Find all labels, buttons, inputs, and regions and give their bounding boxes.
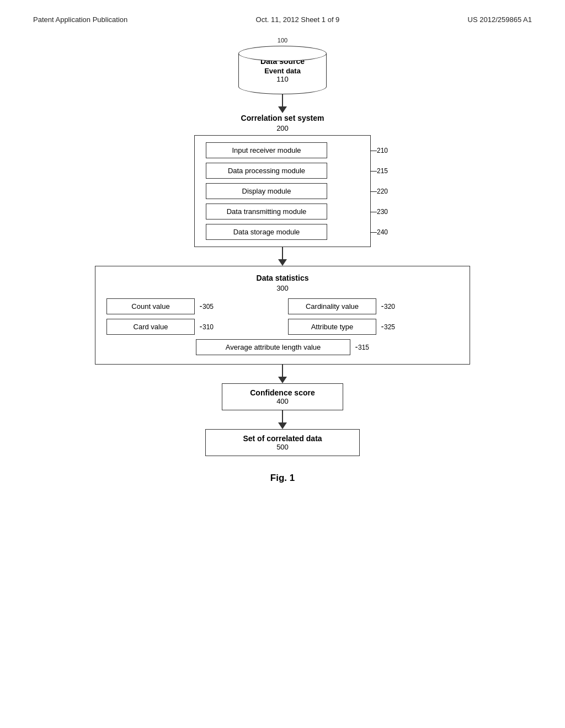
arrow-4 xyxy=(278,410,287,429)
header-middle: Oct. 11, 2012 Sheet 1 of 9 xyxy=(256,15,340,24)
conf-num: 400 xyxy=(230,397,335,405)
arrow-1 xyxy=(278,94,287,113)
cylinder-top xyxy=(238,46,327,61)
set-correlated-data-box: Set of correlated data 500 xyxy=(205,429,360,456)
css-module-box-3: Display module xyxy=(206,183,327,199)
arrow-3 xyxy=(278,365,287,383)
css-module-row-2: Data processing module —215 xyxy=(206,163,359,179)
scd-title: Set of correlated data xyxy=(214,434,351,443)
datasource-cylinder: Data source Event data 110 xyxy=(238,46,327,94)
datasource-num-text: 110 xyxy=(276,75,289,83)
conf-title: Confidence score xyxy=(230,388,335,397)
datasource-sub-text: Event data xyxy=(264,67,301,75)
css-module-box-5: Data storage module xyxy=(206,224,327,240)
css-title: Correlation set system xyxy=(241,114,324,122)
page: Patent Application Publication Oct. 11, … xyxy=(0,0,565,728)
ds-box-attribute-type: Attribute type xyxy=(288,319,376,335)
datasource-label: 100 xyxy=(278,37,287,44)
figure-label: Fig. 1 xyxy=(270,473,295,484)
arrow-head-2 xyxy=(278,259,287,266)
ds-item-card: Card value ⁃310 xyxy=(106,319,277,335)
ds-item-cardinality: Cardinality value ⁃320 xyxy=(288,298,459,314)
ds-title-row: Data statistics 300 xyxy=(106,273,459,293)
ds-item-count: Count value ⁃305 xyxy=(106,298,277,314)
arrow-head-4 xyxy=(278,422,287,429)
ds-num: 300 xyxy=(276,284,289,292)
header-right: US 2012/259865 A1 xyxy=(468,15,532,24)
ds-ref-card: ⁃310 xyxy=(199,323,214,331)
css-ref-1: —210 xyxy=(370,147,388,154)
ds-box-avg: Average attribute length value xyxy=(196,339,350,355)
ds-item-attribute-type: Attribute type ⁃325 xyxy=(288,319,459,335)
ds-ref-count: ⁃305 xyxy=(199,303,214,311)
scd-num: 500 xyxy=(214,443,351,451)
correlation-system-container: Correlation set system 200 Input receive… xyxy=(194,113,371,247)
css-num: 200 xyxy=(276,124,289,132)
css-module-box-2: Data processing module xyxy=(206,163,327,179)
arrow-line-4 xyxy=(282,410,283,422)
diagram-area: 100 Data source Event data 110 Correlati… xyxy=(0,29,565,484)
arrow-line-3 xyxy=(282,365,283,377)
header-left: Patent Application Publication xyxy=(33,15,127,24)
confidence-score-box: Confidence score 400 xyxy=(222,383,343,410)
css-module-row-4: Data transmitting module —230 xyxy=(206,204,359,220)
css-module-row-1: Input receiver module —210 xyxy=(206,142,359,158)
css-ref-5: —240 xyxy=(370,228,388,236)
arrow-2 xyxy=(278,247,287,266)
ds-box-count: Count value xyxy=(106,298,195,314)
page-header: Patent Application Publication Oct. 11, … xyxy=(0,0,565,29)
arrow-head-1 xyxy=(278,106,287,113)
arrow-line-1 xyxy=(282,94,283,106)
css-module-box-4: Data transmitting module xyxy=(206,204,327,220)
ds-ref-attribute-type: ⁃325 xyxy=(381,323,395,331)
ds-ref-cardinality: ⁃320 xyxy=(381,303,395,311)
ds-grid: Count value ⁃305 Cardinality value ⁃320 … xyxy=(106,298,459,335)
css-module-row-3: Display module —220 xyxy=(206,183,359,199)
ds-ref-avg: ⁃315 xyxy=(355,344,369,351)
css-module-box-1: Input receiver module xyxy=(206,142,327,158)
css-ref-3: —220 xyxy=(370,188,388,195)
css-ref-4: —230 xyxy=(370,208,388,216)
ds-box-cardinality: Cardinality value xyxy=(288,298,376,314)
css-outer-box: Input receiver module —210 Data processi… xyxy=(194,135,371,247)
ds-title: Data statistics xyxy=(257,274,309,282)
arrow-line-2 xyxy=(282,247,283,259)
css-module-row-5: Data storage module —240 xyxy=(206,224,359,240)
ds-box-card: Card value xyxy=(106,319,195,335)
css-ref-2: —215 xyxy=(370,167,388,175)
arrow-head-3 xyxy=(278,377,287,383)
data-statistics-box: Data statistics 300 Count value ⁃305 Car… xyxy=(95,266,470,365)
ds-bottom-item: Average attribute length value ⁃315 xyxy=(106,339,459,355)
